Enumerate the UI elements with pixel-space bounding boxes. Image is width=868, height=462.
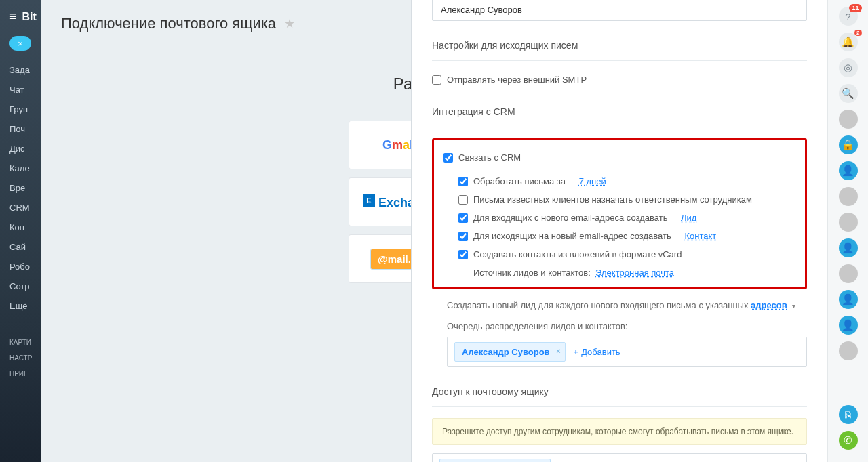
sidebar-tiny[interactable]: ПРИГ (0, 366, 41, 381)
settings-panel: Александр Суворов Настройки для исходящи… (411, 0, 827, 462)
user-avatar[interactable] (839, 341, 858, 360)
crm-source-link[interactable]: Электронная почта (595, 268, 674, 278)
help-button[interactable]: ?11 (839, 7, 858, 26)
crm-vcard-label: Создавать контакты из вложений в формате… (473, 249, 682, 259)
contact-icon[interactable]: 👤 (839, 161, 858, 180)
sender-name-field[interactable]: Александр Суворов (432, 0, 807, 21)
crm-incoming-row[interactable]: Для входящих с нового email-адреса созда… (458, 209, 795, 227)
crm-link-row[interactable]: Связать с CRM (443, 150, 795, 165)
access-section-title: Доступ к почтовому ящику (432, 386, 807, 397)
hamburger-icon[interactable]: ≡ (9, 9, 17, 24)
crm-process-row[interactable]: Обработать письма за 7 дней (458, 172, 795, 190)
crm-process-checkbox[interactable] (458, 177, 468, 186)
sidebar-item[interactable]: Поч (0, 119, 41, 139)
chip-remove-icon[interactable]: × (556, 347, 560, 355)
sidebar-item[interactable]: Кале (0, 159, 41, 178)
access-user-strip: Александр Суворов +Добавить (432, 453, 807, 462)
user-avatar[interactable] (839, 187, 858, 206)
star-icon[interactable]: ★ (284, 16, 295, 31)
sidebar-close-pill[interactable]: × (9, 36, 31, 51)
crm-days-link[interactable]: 7 дней (579, 176, 606, 186)
right-rail: ?11 🔔2 ◎ 🔍 🔒 👤 👤 👤 👤 ⎘ ✆ (827, 0, 868, 462)
queue-user-strip: Александр Суворов × +Добавить (447, 337, 807, 367)
sidebar-item[interactable]: Робо (0, 257, 41, 276)
crm-vcard-checkbox[interactable] (458, 250, 468, 259)
crm-link-checkbox[interactable] (443, 153, 453, 163)
queue-label: Очередь распределения лидов и контактов: (432, 321, 807, 331)
chevron-down-icon[interactable]: ▾ (792, 302, 795, 310)
crm-known-checkbox[interactable] (458, 195, 468, 205)
crm-outgoing-checkbox[interactable] (458, 232, 468, 241)
outgoing-section-title: Настройки для исходящих писем (432, 40, 807, 51)
user-avatar[interactable] (839, 264, 858, 283)
crm-section-title: Интеграция с CRM (432, 106, 807, 117)
lead-each-text: Создавать новый лид для каждого нового в… (447, 300, 748, 310)
sidebar-item[interactable]: Груп (0, 100, 41, 119)
crm-incoming-link[interactable]: Лид (681, 213, 696, 223)
chat-icon[interactable]: ◎ (839, 58, 858, 77)
modal-title: Подключение почтового ящика (61, 15, 276, 33)
contact-add-icon[interactable]: 👤 (839, 238, 858, 257)
svg-rect-2 (363, 194, 375, 207)
crm-incoming-checkbox[interactable] (458, 213, 468, 223)
sidebar-menu: Зада Чат Груп Поч Дис Кале Вре CRM Кон С… (0, 58, 41, 318)
sidebar-item[interactable]: Кон (0, 217, 41, 237)
help-badge: 11 (849, 4, 861, 12)
bell-badge: 2 (854, 30, 861, 36)
contact-icon[interactable]: 👤 (839, 316, 858, 335)
sidebar-item[interactable]: Сай (0, 237, 41, 257)
sidebar-item[interactable]: Сотр (0, 276, 41, 296)
smtp-label: Отправлять через внешний SMTP (447, 75, 587, 85)
crm-source-label: Источник лидов и контактов: (473, 268, 591, 278)
search-icon[interactable]: 🔍 (839, 84, 858, 103)
crm-known-label: Письма известных клиентов назначать отве… (473, 194, 752, 205)
crm-outgoing-link[interactable]: Контакт (684, 231, 716, 241)
logout-icon[interactable]: ⎘ (839, 405, 858, 424)
crm-highlight-box: Связать с CRM Обработать письма за 7 дне… (432, 138, 807, 289)
access-notice: Разрешите доступ другим сотрудникам, кот… (432, 418, 807, 445)
smtp-checkbox-row[interactable]: Отправлять через внешний SMTP (432, 72, 807, 87)
sidebar-tiny[interactable]: НАСТР (0, 350, 41, 366)
sidebar-item[interactable]: Ещё (0, 296, 41, 316)
crm-link-label: Связать с CRM (458, 152, 521, 163)
left-sidebar: ≡ Bit × Зада Чат Груп Поч Дис Кале Вре C… (0, 0, 41, 462)
sidebar-tiny[interactable]: КАРТИ (0, 335, 41, 350)
user-avatar[interactable] (839, 213, 858, 232)
queue-user-chip[interactable]: Александр Суворов × (454, 342, 566, 362)
user-avatar[interactable] (839, 110, 858, 129)
crm-outgoing-label: Для исходящих на новый email-адрес созда… (473, 231, 671, 241)
sidebar-item[interactable]: Вре (0, 178, 41, 198)
sidebar-item[interactable]: CRM (0, 198, 41, 217)
call-button[interactable]: ✆ (839, 431, 858, 450)
crm-vcard-row[interactable]: Создавать контакты из вложений в формате… (458, 245, 795, 264)
lock-icon[interactable]: 🔒 (839, 135, 858, 154)
contact-icon[interactable]: 👤 (839, 290, 858, 309)
crm-process-label: Обработать письма за (473, 176, 566, 186)
lead-each-link[interactable]: адресов (751, 300, 787, 310)
smtp-checkbox[interactable] (432, 75, 441, 85)
sidebar-item[interactable]: Зада (0, 60, 41, 80)
svg-text:E: E (366, 196, 371, 205)
sidebar-item[interactable]: Чат (0, 80, 41, 100)
brand-name: Bit (22, 11, 37, 23)
bell-button[interactable]: 🔔2 (839, 33, 858, 51)
crm-incoming-label: Для входящих с нового email-адреса созда… (473, 213, 667, 223)
access-user-chip[interactable]: Александр Суворов (439, 459, 551, 462)
crm-known-row[interactable]: Письма известных клиентов назначать отве… (458, 190, 795, 209)
crm-outgoing-row[interactable]: Для исходящих на новый email-адрес созда… (458, 227, 795, 245)
queue-add-link[interactable]: +Добавить (574, 347, 620, 357)
sidebar-item[interactable]: Дис (0, 139, 41, 159)
